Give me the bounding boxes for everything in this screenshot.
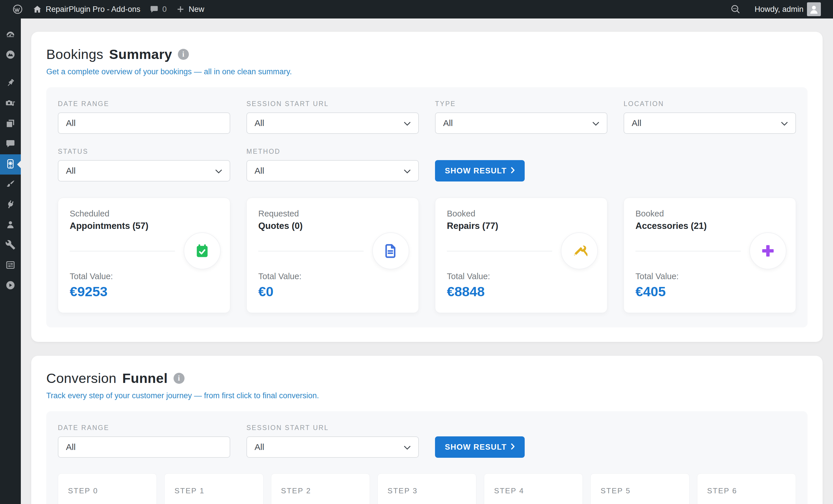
bookings-summary-body: DATE RANGE SESSION START URL All TYPE Al… — [46, 87, 808, 327]
sidebar-item-settings[interactable] — [0, 255, 21, 276]
plus-icon — [176, 5, 185, 14]
session-start-url-select[interactable]: All — [246, 112, 419, 134]
stat-card-accessories: Booked Accessories (21) Total Value: €40… — [624, 198, 796, 313]
howdy-label: Howdy, admin — [755, 5, 804, 14]
funnel-session-start-url-select[interactable]: All — [246, 436, 419, 458]
sidebar-item-repairplugin-active[interactable] — [0, 154, 21, 175]
sidebar-item-comments[interactable] — [0, 134, 21, 154]
method-select[interactable]: All — [246, 160, 419, 181]
wordpress-logo-icon — [12, 4, 23, 15]
funnel-filter-session-start-url: SESSION START URL All — [246, 424, 419, 458]
filter-method: METHOD All — [246, 148, 419, 181]
funnel-step-4: STEP 4 Select Repair — [484, 473, 583, 504]
media-icon — [5, 98, 16, 109]
sidebar-item-plugin-logo[interactable] — [0, 45, 21, 65]
sidebar-item-dashboard[interactable] — [0, 25, 21, 45]
admin-bar: RepairPlugin Pro - Add-ons 0 New Howdy, … — [0, 0, 833, 19]
users-icon — [5, 219, 16, 231]
card-total-label: Total Value: — [258, 272, 407, 281]
stat-card-repairs: Booked Repairs (77) Total Value: €8848 — [435, 198, 608, 313]
card-title: Accessories (21) — [636, 221, 784, 231]
method-value: All — [255, 166, 264, 176]
location-value: All — [632, 118, 641, 128]
conversion-funnel-panel: Conversion Funnel i Track every step of … — [31, 356, 823, 504]
tools-wrench-icon — [5, 240, 16, 251]
caret-right-icon — [511, 167, 515, 175]
filter-status: STATUS All — [58, 148, 230, 181]
chevron-down-icon — [592, 118, 599, 128]
funnel-show-result-button[interactable]: SHOW RESULT — [435, 436, 525, 458]
new-label: New — [189, 5, 204, 14]
card-title: Repairs (77) — [447, 221, 596, 231]
stat-card-appointments: Scheduled Appointments (57) Total Value:… — [58, 198, 230, 313]
tools-icon — [561, 232, 598, 269]
show-result-label: SHOW RESULT — [445, 167, 507, 175]
filter-status-label: STATUS — [58, 148, 230, 155]
pages-icon — [5, 118, 16, 130]
chevron-down-icon — [215, 166, 222, 176]
info-icon[interactable]: i — [173, 373, 185, 384]
funnel-filter-date-range: DATE RANGE — [58, 424, 230, 458]
card-divider — [258, 251, 363, 251]
filter-date-range: DATE RANGE — [58, 100, 230, 134]
info-icon[interactable]: i — [178, 49, 189, 60]
sidebar-item-appearance[interactable] — [0, 175, 21, 195]
card-total-label: Total Value: — [447, 272, 596, 281]
step-label: STEP 5 — [600, 486, 679, 495]
site-name-link[interactable]: RepairPlugin Pro - Add-ons — [28, 0, 145, 19]
filter-date-range-label: DATE RANGE — [58, 100, 230, 108]
main-content: Bookings Summary i Get a complete overvi… — [21, 19, 833, 504]
filter-type: TYPE All — [435, 100, 608, 134]
collapse-menu-icon — [5, 280, 16, 292]
plus-icon — [749, 232, 786, 269]
sidebar-item-posts[interactable] — [0, 73, 21, 94]
show-result-button[interactable]: SHOW RESULT — [435, 160, 525, 181]
card-total-value: €0 — [258, 283, 407, 299]
caret-right-icon — [511, 443, 515, 452]
type-value: All — [443, 118, 453, 128]
conversion-funnel-subtitle: Track every step of your customer journe… — [46, 391, 808, 400]
type-select[interactable]: All — [435, 112, 608, 134]
bookings-summary-subtitle: Get a complete overview of your bookings… — [46, 67, 808, 76]
howdy-account-menu[interactable]: Howdy, admin — [750, 0, 826, 19]
sidebar-item-media[interactable] — [0, 94, 21, 114]
chevron-down-icon — [404, 118, 411, 128]
card-total-value: €405 — [636, 283, 784, 299]
card-total-label: Total Value: — [70, 272, 218, 281]
funnel-date-range-input[interactable] — [58, 436, 230, 458]
step-label: STEP 3 — [387, 486, 466, 495]
location-select[interactable]: All — [624, 112, 796, 134]
appearance-brush-icon — [5, 179, 16, 191]
sidebar-item-plugins[interactable] — [0, 195, 21, 215]
title-bold: Summary — [109, 46, 172, 62]
step-label: STEP 6 — [707, 486, 786, 495]
status-value: All — [66, 166, 75, 176]
comment-count: 0 — [162, 5, 167, 14]
home-icon — [32, 4, 42, 14]
card-divider — [636, 251, 741, 251]
search-icon[interactable] — [725, 0, 746, 19]
document-icon — [372, 232, 409, 269]
sidebar-item-users[interactable] — [0, 215, 21, 235]
sidebar-item-pages[interactable] — [0, 114, 21, 134]
date-range-input[interactable] — [58, 112, 230, 134]
repairplugin-phone-gear-icon — [5, 158, 16, 171]
funnel-show-result-cell: SHOW RESULT — [435, 424, 608, 458]
sidebar-item-tools[interactable] — [0, 235, 21, 255]
funnel-session-start-url-label: SESSION START URL — [246, 424, 419, 432]
plugins-plug-icon — [5, 199, 16, 211]
conversion-funnel-body: DATE RANGE SESSION START URL All SHOW RE… — [46, 411, 808, 504]
card-category: Scheduled — [70, 209, 218, 219]
title-regular: Conversion — [46, 370, 117, 386]
wordpress-logo-menu[interactable] — [7, 0, 28, 19]
funnel-step-0: STEP 0 Shortcode Used — [58, 473, 157, 504]
card-total-value: €8848 — [447, 283, 596, 299]
new-menu[interactable]: New — [171, 0, 209, 19]
sidebar-item-collapse[interactable] — [0, 276, 21, 296]
step-label: STEP 0 — [68, 486, 147, 495]
status-select[interactable]: All — [58, 160, 230, 181]
show-result-cell: SHOW RESULT — [435, 148, 608, 181]
step-label: STEP 4 — [494, 486, 573, 495]
comments-menu[interactable]: 0 — [145, 0, 171, 19]
filter-location-label: LOCATION — [624, 100, 796, 108]
